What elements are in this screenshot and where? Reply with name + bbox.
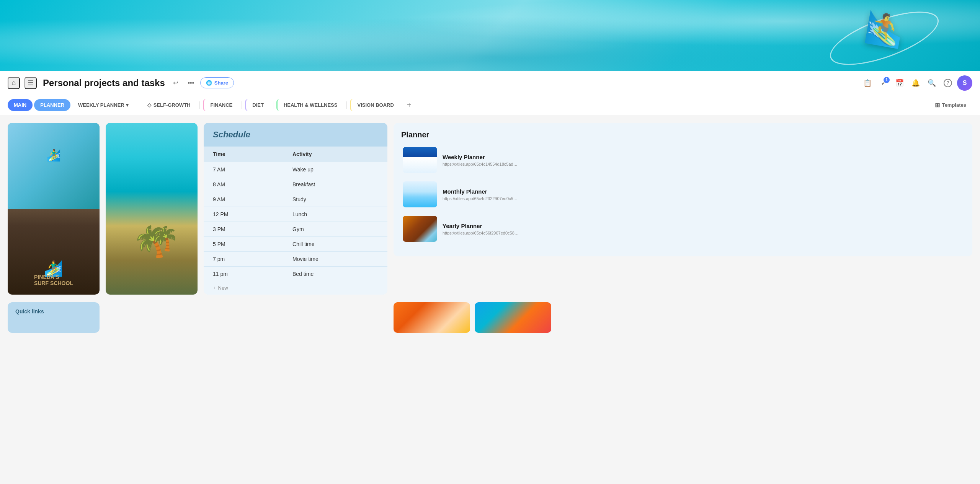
planner-item-name: Weekly Planner xyxy=(443,154,963,160)
schedule-card: Schedule Time Activity 7 AM Wake up 8 AM… xyxy=(204,123,387,295)
templates-icon: ⊞ xyxy=(935,101,940,109)
schedule-header: Schedule xyxy=(204,123,387,147)
planner-sidebar: Planner Weekly Planner https://xtiles.ap… xyxy=(394,123,972,256)
templates-button[interactable]: ⊞ Templates xyxy=(929,99,972,111)
planner-list-item[interactable]: Monthly Planner https://xtiles.app/65c4c… xyxy=(401,180,965,209)
tab-separator-4 xyxy=(273,101,273,109)
schedule-row[interactable]: 7 AM Wake up xyxy=(204,162,387,177)
topbar-right: 📋 ✓ 1 📅 🔔 🔍 ? S xyxy=(861,75,972,91)
tab-self-growth[interactable]: ◇ SELF-GROWTH xyxy=(141,99,197,111)
planner-item-url: https://xtiles.app/65c4c14554d18c5ad48ee… xyxy=(443,162,519,166)
planner-items: Weekly Planner https://xtiles.app/65c4c1… xyxy=(401,145,965,243)
add-tab-button[interactable]: + xyxy=(403,99,415,111)
schedule-table: Time Activity 7 AM Wake up 8 AM Breakfas… xyxy=(204,147,387,281)
schedule-time: 5 PM xyxy=(204,237,283,252)
schedule-activity: Gym xyxy=(283,222,387,237)
planner-thumb xyxy=(403,216,437,242)
clipboard-button[interactable]: 📋 xyxy=(861,76,874,90)
bottom-spacer-1 xyxy=(106,302,198,333)
self-growth-label: SELF-GROWTH xyxy=(154,102,191,108)
beach-image xyxy=(106,123,198,295)
tab-main[interactable]: MAIN xyxy=(8,99,33,111)
schedule-activity: Movie time xyxy=(283,252,387,267)
planner-item-url: https://xtiles.app/65c4c2322907ed0c5861c… xyxy=(443,196,519,201)
new-label: New xyxy=(218,285,228,291)
topbar-left: ⌂ ☰ Personal projects and tasks ↩ ••• 🌐 … xyxy=(8,77,861,89)
schedule-row[interactable]: 5 PM Chill time xyxy=(204,237,387,252)
menu-button[interactable]: ☰ xyxy=(24,77,37,89)
calendar-icon: 📅 xyxy=(895,79,904,87)
schedule-time: 9 AM xyxy=(204,192,283,207)
bottom-thumbnails xyxy=(394,302,972,333)
planner-item-name: Monthly Planner xyxy=(443,188,963,195)
tab-separator-1 xyxy=(138,101,138,109)
planner-list-item[interactable]: Yearly Planner https://xtiles.app/65c4c5… xyxy=(401,214,965,243)
schedule-activity: Chill time xyxy=(283,237,387,252)
weekly-planner-label: WEEKLY PLANNER xyxy=(78,102,124,108)
help-icon: ? xyxy=(944,79,952,87)
schedule-row[interactable]: 8 AM Breakfast xyxy=(204,177,387,192)
tab-weekly-planner[interactable]: WEEKLY PLANNER ▾ xyxy=(72,99,135,111)
diamond-icon: ◇ xyxy=(147,102,151,108)
search-button[interactable]: 🔍 xyxy=(925,76,939,90)
check-badge: 1 xyxy=(884,77,890,83)
schedule-row[interactable]: 3 PM Gym xyxy=(204,222,387,237)
planner-item-info: Yearly Planner https://xtiles.app/65c4c5… xyxy=(443,223,963,235)
more-button[interactable]: ••• xyxy=(185,77,197,89)
schedule-time: 3 PM xyxy=(204,222,283,237)
topbar-actions: ↩ ••• 🌐 Share xyxy=(170,77,234,89)
col-time: Time xyxy=(204,147,283,162)
bottom-thumb-1 xyxy=(394,302,470,333)
schedule-row[interactable]: 11 pm Bed time xyxy=(204,267,387,282)
avatar[interactable]: S xyxy=(957,75,972,91)
pineda-label: PINEDA'SSURF SCHOOL xyxy=(34,274,73,286)
planner-thumb-img xyxy=(403,181,437,207)
tab-diet[interactable]: DIET xyxy=(245,99,270,111)
schedule-activity: Breakfast xyxy=(283,177,387,192)
share-button[interactable]: 🌐 Share xyxy=(200,77,234,88)
plus-icon: + xyxy=(407,101,412,109)
tab-vision-board[interactable]: VISION BOARD xyxy=(350,99,400,111)
add-schedule-row[interactable]: + New xyxy=(204,281,387,295)
planner-thumb-img xyxy=(403,216,437,242)
bell-button[interactable]: 🔔 xyxy=(909,76,923,90)
content-area: 🏄‍♂️ PINEDA'SSURF SCHOOL Schedule Time A… xyxy=(0,115,980,302)
tab-separator-5 xyxy=(346,101,347,109)
planner-item-info: Weekly Planner https://xtiles.app/65c4c1… xyxy=(443,154,963,166)
planner-thumb-img xyxy=(403,147,437,173)
hero-banner xyxy=(0,0,980,71)
topbar: ⌂ ☰ Personal projects and tasks ↩ ••• 🌐 … xyxy=(0,71,980,95)
schedule-activity: Wake up xyxy=(283,162,387,177)
schedule-time: 7 AM xyxy=(204,162,283,177)
wave-decoration xyxy=(824,1,945,71)
schedule-row[interactable]: 9 AM Study xyxy=(204,192,387,207)
home-button[interactable]: ⌂ xyxy=(8,77,20,89)
chevron-down-icon: ▾ xyxy=(126,102,129,108)
planner-thumb xyxy=(403,181,437,207)
schedule-row[interactable]: 7 pm Movie time xyxy=(204,252,387,267)
planner-item-info: Monthly Planner https://xtiles.app/65c4c… xyxy=(443,188,963,201)
tab-separator-3 xyxy=(242,101,242,109)
bottom-spacer-2 xyxy=(204,302,387,333)
calendar-button[interactable]: 📅 xyxy=(893,76,906,90)
planner-list-item[interactable]: Weekly Planner https://xtiles.app/65c4c1… xyxy=(401,145,965,174)
plus-icon: + xyxy=(213,285,216,291)
planner-title: Planner xyxy=(401,130,965,139)
schedule-row[interactable]: 12 PM Lunch xyxy=(204,207,387,222)
tab-planner[interactable]: PLANNER xyxy=(34,99,70,111)
tab-finance[interactable]: FINANCE xyxy=(203,99,238,111)
check-button[interactable]: ✓ 1 xyxy=(877,76,890,90)
schedule-time: 11 pm xyxy=(204,267,283,282)
surfboard-image: 🏄‍♂️ PINEDA'SSURF SCHOOL xyxy=(8,123,100,295)
help-button[interactable]: ? xyxy=(941,76,955,90)
search-icon: 🔍 xyxy=(928,79,936,87)
quick-links-title: Quick links xyxy=(15,308,92,315)
tab-health-wellness[interactable]: HEALTH & WELLNESS xyxy=(276,99,344,111)
planner-item-url: https://xtiles.app/65c4c56f2907ed0c5861e… xyxy=(443,231,519,235)
schedule-time: 8 AM xyxy=(204,177,283,192)
undo-button[interactable]: ↩ xyxy=(170,77,182,89)
templates-label: Templates xyxy=(942,102,966,108)
schedule-title: Schedule xyxy=(213,130,378,140)
clipboard-icon: 📋 xyxy=(863,79,872,87)
schedule-activity: Bed time xyxy=(283,267,387,282)
